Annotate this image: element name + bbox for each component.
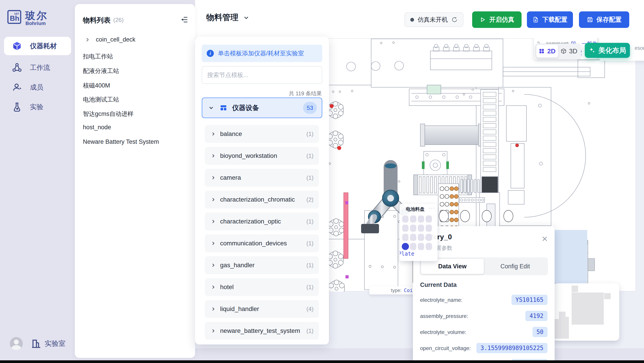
- info-icon: i: [207, 50, 214, 57]
- material-item[interactable]: 核磁400M: [83, 81, 110, 89]
- chevron-right-icon: [211, 328, 216, 333]
- sidebar-item-label: 工作流: [30, 63, 50, 72]
- material-item-coin-cell-deck[interactable]: coin_cell_deck: [85, 36, 136, 43]
- value-pill: 50: [532, 327, 548, 337]
- template-item-gas-handler[interactable]: gas_handler(1): [205, 256, 319, 274]
- category-instruments[interactable]: 仪器设备 53: [202, 98, 322, 118]
- start-simulation-button[interactable]: 开启仿真: [472, 11, 522, 28]
- sidebar: 107 Bh 玻尔 Bohrium 仪器耗材 工作流 成员: [0, 0, 75, 363]
- chevron-right-icon: [85, 37, 90, 42]
- sidebar-item-instruments[interactable]: 仪器耗材: [4, 37, 71, 55]
- chevron-right-icon: [211, 263, 216, 268]
- play-icon: [480, 16, 486, 23]
- sparkles-icon: [588, 47, 595, 54]
- tray-title: 电池料盘: [406, 206, 424, 212]
- save-icon: [587, 16, 593, 23]
- collapse-panel-icon[interactable]: [180, 16, 188, 24]
- chevron-right-icon: [211, 197, 216, 202]
- value-pill: 3.1559998989105225: [476, 343, 548, 353]
- close-icon[interactable]: ✕: [542, 235, 548, 243]
- brand-name-zh: 玻尔: [25, 9, 48, 22]
- chevron-right-icon: [211, 153, 216, 158]
- template-item-camera[interactable]: camera(1): [205, 169, 319, 187]
- member-icon: [12, 82, 22, 92]
- simulation-status[interactable]: 仿真未开机: [404, 12, 464, 27]
- minimap[interactable]: [553, 283, 619, 341]
- logo-symbol: Bh: [10, 14, 20, 22]
- sidebar-item-workflow[interactable]: 工作流: [4, 58, 71, 77]
- category-count-badge: 53: [303, 102, 317, 114]
- chevron-down-icon: [243, 15, 249, 20]
- data-row: open_circuit_voltage: 3.1559998989105225: [420, 343, 548, 354]
- data-row: electrolyte_name: YS101165: [420, 295, 548, 306]
- result-count: 共 119 条结果: [289, 90, 322, 97]
- beautify-layout-button[interactable]: 美化布局: [585, 43, 630, 58]
- material-item[interactable]: Neware Battery Test System: [83, 138, 159, 145]
- more-menu-icon[interactable]: ···: [428, 205, 435, 211]
- template-item-balance[interactable]: balance(1): [205, 125, 319, 143]
- material-item[interactable]: host_node: [83, 124, 111, 131]
- value-pill: 4192: [525, 311, 548, 321]
- material-item[interactable]: 配液分液工站: [83, 67, 119, 75]
- toggle-2d[interactable]: 2D: [536, 45, 558, 58]
- cube-icon: [12, 41, 22, 51]
- material-item[interactable]: 智达gcms自动进样: [83, 110, 134, 118]
- header: 物料管理 仿真未开机 开启仿真 下载配置 保存配置: [195, 0, 644, 38]
- grid-2d-icon: [539, 48, 544, 54]
- chevron-right-icon: [211, 175, 216, 180]
- lab-switcher[interactable]: 实验室: [31, 339, 66, 349]
- battery-tray-widget[interactable]: 电池料盘 ··· Plate: [400, 204, 438, 261]
- template-item-characterization-chromatic[interactable]: characterization_chromatic(2): [205, 191, 319, 209]
- download-file-icon: [532, 16, 539, 23]
- chevron-right-icon: [211, 307, 216, 312]
- screen-edge: [0, 360, 644, 363]
- app-window: 107 Bh 玻尔 Bohrium 仪器耗材 工作流 成员: [0, 0, 644, 363]
- download-config-button[interactable]: 下载配置: [527, 11, 573, 28]
- sidebar-item-label: 仪器耗材: [30, 41, 57, 51]
- chevron-right-icon: [211, 219, 216, 224]
- sidebar-item-experiments[interactable]: 实验: [4, 98, 71, 116]
- node-type-tooltip: type: Coi: [369, 286, 414, 295]
- template-item-bioyond-workstation[interactable]: bioyond_workstation(1): [205, 147, 319, 165]
- sidebar-item-members[interactable]: 成员: [4, 78, 71, 96]
- workflow-icon: [12, 63, 22, 72]
- material-item[interactable]: 电池测试工站: [83, 95, 119, 104]
- selected-battery-slot[interactable]: [402, 243, 409, 250]
- template-item-hotel[interactable]: hotel(1): [205, 278, 319, 296]
- material-list-title: 物料列表: [83, 16, 110, 25]
- material-item[interactable]: 扣电工作站: [83, 52, 113, 60]
- search-input[interactable]: [202, 66, 322, 84]
- template-item-liquid-handler[interactable]: liquid_handler(4): [205, 300, 319, 318]
- template-item-characterization-optic[interactable]: characterization_optic(1): [205, 213, 319, 230]
- tab-data-view[interactable]: Data View: [421, 259, 484, 274]
- popup-tabs: Data View Config Edit: [420, 257, 548, 275]
- status-dot-icon: [410, 18, 414, 22]
- template-item-neware-battery-test-system[interactable]: neware_battery_test_system(1): [205, 322, 319, 340]
- popup-section-title: Current Data: [420, 282, 457, 289]
- template-hint-banner: i 单击模板添加仪器/耗材至实验室: [202, 45, 322, 62]
- building-icon: [31, 339, 41, 349]
- template-panel: i 单击模板添加仪器/耗材至实验室 共 119 条结果 仪器设备 53 bala…: [195, 37, 329, 345]
- data-row: electrolyte_volume: 50: [420, 327, 548, 338]
- material-list-panel: 物料列表 (26) coin_cell_deck 扣电工作站 配液分液工站 核磁…: [75, 4, 195, 358]
- columns-icon: [220, 104, 227, 112]
- sidebar-item-label: 实验: [30, 102, 43, 112]
- brand-name-en: Bohrium: [26, 20, 46, 26]
- avatar[interactable]: [10, 337, 23, 350]
- sidebar-item-label: 成员: [30, 83, 43, 92]
- cube-3d-icon: [561, 48, 566, 54]
- minimap-viewport-rect: [553, 230, 587, 283]
- tab-config-edit[interactable]: Config Edit: [484, 259, 546, 274]
- refresh-icon[interactable]: [452, 16, 458, 23]
- bohrium-logo: 107 Bh: [7, 10, 21, 24]
- data-row: assembly_pressure: 4192: [420, 311, 548, 322]
- view-mode-toggle: 2D 3D: [535, 43, 581, 59]
- lab-label: 实验室: [45, 339, 66, 348]
- toggle-3d[interactable]: 3D: [558, 45, 580, 58]
- page-title-dropdown[interactable]: 物料管理: [206, 12, 249, 23]
- value-pill: YS101165: [512, 295, 548, 305]
- chevron-right-icon: [211, 131, 216, 136]
- template-item-communication-devices[interactable]: communication_devices(1): [205, 234, 319, 252]
- save-config-button[interactable]: 保存配置: [579, 11, 629, 28]
- chevron-down-icon: [208, 105, 214, 110]
